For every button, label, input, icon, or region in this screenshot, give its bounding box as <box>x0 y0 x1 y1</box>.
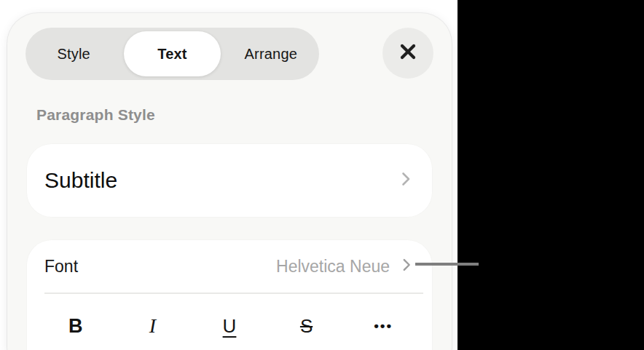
chevron-right-icon <box>397 170 415 191</box>
font-card: Font Helvetica Neue B I U S ••• <box>27 240 432 350</box>
tab-text[interactable]: Text <box>124 31 220 76</box>
close-icon <box>396 40 420 66</box>
font-value: Helvetica Neue <box>276 257 390 277</box>
more-options-button[interactable]: ••• <box>360 304 407 348</box>
callout-line <box>415 263 479 266</box>
font-row[interactable]: Font Helvetica Neue <box>27 240 432 293</box>
text-format-panel: Style Text Arrange Paragraph Style Subti… <box>7 13 452 350</box>
paragraph-style-row[interactable]: Subtitle <box>27 144 432 217</box>
close-button[interactable] <box>382 28 433 79</box>
bold-button[interactable]: B <box>52 304 99 348</box>
font-label: Font <box>44 257 78 277</box>
italic-button[interactable]: I <box>129 304 176 348</box>
black-mask <box>458 0 644 350</box>
underline-button[interactable]: U <box>206 304 253 348</box>
strikethrough-button[interactable]: S <box>283 304 330 348</box>
paragraph-style-value: Subtitle <box>44 168 117 193</box>
tab-arrange[interactable]: Arrange <box>223 31 319 76</box>
format-tabs: Style Text Arrange <box>25 28 319 80</box>
screenshot-stage: Style Text Arrange Paragraph Style Subti… <box>0 0 644 350</box>
tab-style[interactable]: Style <box>25 31 122 76</box>
paragraph-style-heading: Paragraph Style <box>36 105 155 125</box>
chevron-right-icon <box>398 257 415 276</box>
format-buttons-row: B I U S ••• <box>27 294 432 350</box>
